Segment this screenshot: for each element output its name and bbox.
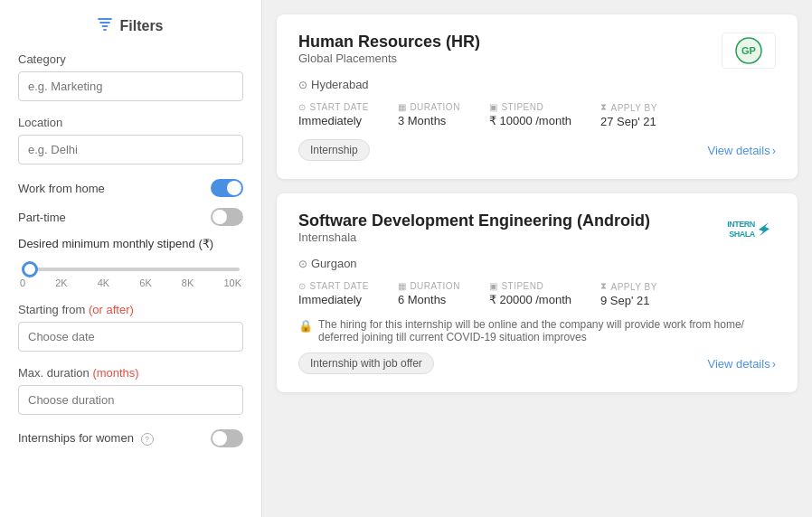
company-logo-1: GP (722, 33, 776, 69)
sidebar: Filters Category Location Work from home… (0, 0, 262, 517)
svg-text:GP: GP (741, 45, 756, 56)
job-tags-row-2: Internship with job offer View details › (298, 352, 776, 374)
work-from-home-row: Work from home (18, 179, 243, 197)
job-tag-2: Internship with job offer (298, 352, 434, 374)
max-duration-section: Max. duration (months) (18, 366, 243, 415)
apply-by-icon-2: ⧗ (600, 281, 608, 292)
location-icon-1: ⊙ (298, 79, 307, 91)
meta-start-date-2: ⊙ START DATE Immediately (298, 281, 369, 307)
starting-from-label: Starting from (or after) (18, 303, 243, 316)
location-row-1: ⊙ Hyderabad (298, 78, 776, 91)
duration-icon-2: ▦ (398, 281, 407, 291)
job-card-1-header: Human Resources (HR) Global Placements G… (298, 33, 776, 74)
starting-from-input[interactable] (18, 322, 243, 352)
stipend-icon-1: ▣ (489, 102, 498, 112)
category-input[interactable] (18, 71, 243, 101)
view-details-link-1[interactable]: View details › (708, 144, 776, 157)
max-duration-label: Max. duration (months) (18, 366, 243, 380)
stipend-section: Desired minimum monthly stipend (₹) 0 2K… (18, 237, 243, 288)
part-time-toggle[interactable] (211, 208, 243, 226)
work-from-home-label: Work from home (18, 182, 105, 195)
apply-by-icon-1: ⧗ (600, 102, 608, 113)
chevron-right-icon-2: › (772, 357, 776, 371)
meta-apply-by-1: ⧗ APPLY BY 27 Sep' 21 (600, 102, 657, 128)
meta-stipend-2: ▣ STIPEND ₹ 20000 /month (489, 281, 571, 307)
job-card-2-header: Software Development Engineering (Androi… (298, 212, 776, 253)
filters-header: Filters (18, 18, 243, 34)
view-details-link-2[interactable]: View details › (708, 357, 776, 371)
meta-stipend-1: ▣ STIPEND ₹ 10000 /month (489, 102, 571, 128)
company-logo-2: INTERNSHALA (722, 212, 776, 248)
part-time-row: Part-time (18, 208, 243, 226)
stipend-icon-2: ▣ (489, 281, 498, 291)
note-icon-2: 🔒 (298, 319, 313, 333)
filter-icon (98, 18, 112, 34)
location-icon-2: ⊙ (298, 258, 307, 270)
job-card-2: Software Development Engineering (Androi… (277, 193, 798, 392)
job-meta-row-1: ⊙ START DATE Immediately ▦ DURATION 3 Mo… (298, 102, 776, 128)
women-internship-label: Internships for women ? (18, 431, 154, 446)
part-time-label: Part-time (18, 211, 66, 224)
info-icon: ? (141, 433, 154, 446)
starting-from-section: Starting from (or after) (18, 303, 243, 352)
job-tags-row-1: Internship View details › (298, 139, 776, 161)
location-input[interactable] (18, 135, 243, 164)
chevron-right-icon-1: › (772, 144, 776, 157)
meta-start-date-1: ⊙ START DATE Immediately (298, 102, 369, 128)
location-label: Location (18, 116, 243, 129)
company-name-2: Internshala (298, 230, 650, 244)
meta-duration-1: ▦ DURATION 3 Months (398, 102, 460, 128)
job-card-2-title-block: Software Development Engineering (Androi… (298, 212, 650, 253)
category-label: Category (18, 52, 243, 66)
stipend-label: Desired minimum monthly stipend (₹) (18, 237, 243, 250)
meta-apply-by-2: ⧗ APPLY BY 9 Sep' 21 (600, 281, 657, 307)
job-note-2: 🔒 The hiring for this internship will be… (298, 318, 776, 343)
location-1: Hyderabad (311, 78, 369, 91)
company-name-1: Global Placements (298, 52, 480, 65)
meta-duration-2: ▦ DURATION 6 Months (398, 281, 460, 307)
job-tag-1: Internship (298, 139, 370, 161)
start-date-icon-2: ⊙ (298, 281, 307, 291)
location-section: Location (18, 116, 243, 164)
filters-title: Filters (119, 18, 163, 34)
max-duration-input[interactable] (18, 385, 243, 415)
stipend-slider[interactable] (22, 268, 240, 271)
location-2: Gurgaon (311, 257, 357, 270)
job-title-2: Software Development Engineering (Androi… (298, 212, 650, 230)
job-card-1-title-block: Human Resources (HR) Global Placements (298, 33, 480, 74)
slider-ticks: 0 2K 4K 6K 8K 10K (18, 277, 243, 288)
start-date-icon-1: ⊙ (298, 102, 307, 112)
work-from-home-toggle[interactable] (211, 179, 243, 197)
duration-icon-1: ▦ (398, 102, 407, 112)
job-title-1: Human Resources (HR) (298, 33, 480, 52)
job-card-1: Human Resources (HR) Global Placements G… (277, 14, 798, 179)
women-internship-toggle[interactable] (211, 429, 243, 447)
category-section: Category (18, 52, 243, 101)
stipend-slider-container (18, 259, 243, 274)
women-internship-row: Internships for women ? (18, 429, 243, 447)
main-content: Human Resources (HR) Global Placements G… (262, 0, 812, 517)
location-row-2: ⊙ Gurgaon (298, 257, 776, 270)
job-meta-row-2: ⊙ START DATE Immediately ▦ DURATION 6 Mo… (298, 281, 776, 307)
